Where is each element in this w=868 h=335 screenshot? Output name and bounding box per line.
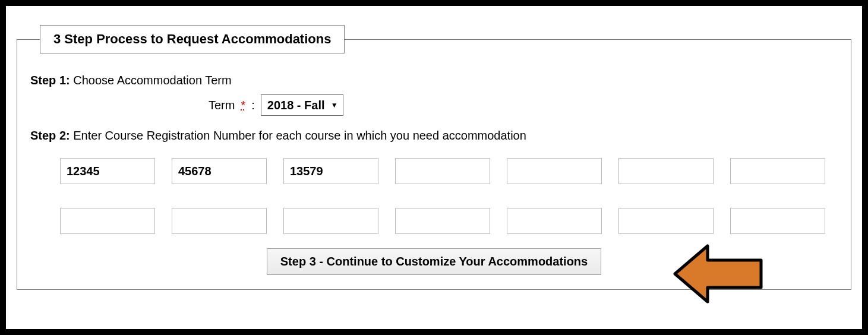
crn-input[interactable] (507, 158, 602, 184)
crn-input[interactable] (730, 158, 825, 184)
window-frame: 3 Step Process to Request Accommodations… (0, 0, 868, 335)
term-row: Term*: 2018 - Fall ▼ (209, 94, 838, 116)
step-1-label: Step 1: (30, 74, 70, 87)
step-1-text: Choose Accommodation Term (73, 74, 231, 87)
crn-input[interactable] (283, 158, 378, 184)
crn-input[interactable] (283, 208, 378, 234)
step-1-line: Step 1: Choose Accommodation Term (30, 74, 838, 87)
continue-button[interactable]: Step 3 - Continue to Customize Your Acco… (267, 248, 601, 275)
arrow-left-icon (672, 241, 767, 309)
term-label: Term (209, 99, 235, 112)
crn-input[interactable] (618, 158, 714, 184)
step-3-row: Step 3 - Continue to Customize Your Acco… (30, 248, 838, 275)
crn-input[interactable] (172, 158, 267, 184)
step-2-label: Step 2: (30, 129, 70, 142)
accommodation-wizard-fieldset: 3 Step Process to Request Accommodations… (17, 25, 851, 290)
step-2-line: Step 2: Enter Course Registration Number… (30, 129, 838, 143)
term-select[interactable]: 2018 - Fall ▼ (261, 94, 343, 116)
chevron-down-icon: ▼ (331, 101, 338, 109)
crn-grid (60, 158, 838, 234)
crn-input[interactable] (172, 208, 267, 234)
term-select-value: 2018 - Fall (267, 99, 325, 112)
crn-input[interactable] (60, 208, 155, 234)
crn-input[interactable] (618, 208, 714, 234)
crn-input[interactable] (395, 208, 490, 234)
crn-input[interactable] (730, 208, 825, 234)
term-colon: : (251, 99, 255, 112)
fieldset-legend: 3 Step Process to Request Accommodations (40, 25, 345, 53)
crn-input[interactable] (395, 158, 490, 184)
crn-input[interactable] (60, 158, 155, 184)
required-indicator: * (241, 99, 245, 112)
crn-input[interactable] (507, 208, 602, 234)
step-2-text: Enter Course Registration Number for eac… (73, 129, 526, 142)
